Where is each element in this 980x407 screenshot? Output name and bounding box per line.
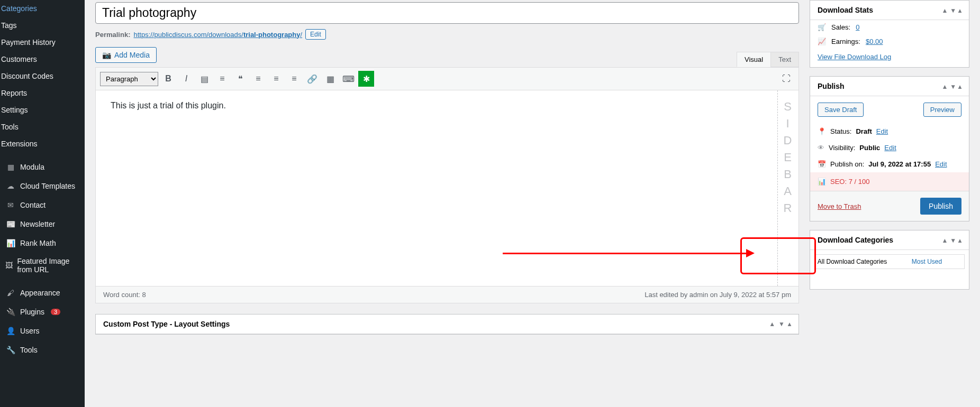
sidebar-users[interactable]: 👤Users [0,321,85,340]
cart-icon: 🛒 [818,23,826,31]
seo-score: SEO: 7 / 100 [830,178,869,186]
admin-sidebar: Categories Tags Payment History Customer… [0,0,85,407]
sidebar-tools-bottom[interactable]: 🔧Tools [0,340,85,359]
post-title-input[interactable] [95,2,799,24]
toggle-icon[interactable]: ▴ [958,7,961,14]
seo-icon: 📊 [818,178,826,186]
sidebar-customers[interactable]: Customers [0,51,85,68]
eye-icon: 👁 [818,144,824,152]
chart-icon: 📈 [818,38,826,45]
categories-title: Download Categories [818,236,893,244]
tab-most-used[interactable]: Most Used [890,255,964,269]
download-stats-panel: Download Stats ▲ ▼ ▴ 🛒 Sales: 0 📈 Earnin… [810,0,969,68]
publish-title: Publish [818,82,845,90]
status-edit-link[interactable]: Edit [876,127,888,135]
annotation-arrow-line [503,253,746,254]
download-stats-title: Download Stats [818,6,873,14]
align-center-button[interactable]: ≡ [268,71,284,87]
more-button[interactable]: ▦ [322,71,338,87]
brush-icon: 🖌 [5,288,16,298]
permalink-edit-button[interactable]: Edit [305,29,326,40]
toolbar-toggle-button[interactable]: ⌨ [340,71,356,87]
permalink-row: Permalink: https://publicdiscus.com/down… [95,29,799,40]
status-label: Status: [830,127,851,135]
last-edited: Last edited by admin on July 9, 2022 at … [645,291,791,299]
sidebar-featured-image[interactable]: 🖼Featured Image from URL [0,253,85,278]
publish-on-label: Publish on: [830,160,864,168]
bullet-list-button[interactable]: ▤ [196,71,212,87]
cloud-icon: ☁ [5,181,16,191]
earnings-label: Earnings: [831,38,860,45]
move-down-icon[interactable]: ▼ [778,320,785,328]
visibility-label: Visibility: [829,144,855,152]
rankmath-toolbar-button[interactable]: ✱ [358,71,374,87]
editor-content[interactable]: This is just a trial of this plugin. [96,90,777,286]
publish-on-value: Jul 9, 2022 at 17:55 [868,160,931,168]
sales-label: Sales: [831,23,850,31]
annotation-arrow-head [746,249,755,257]
sidebar-settings[interactable]: Settings [0,101,85,118]
newsletter-icon: 📰 [5,219,16,229]
link-button[interactable]: 🔗 [304,71,320,87]
sidebar-payment-history[interactable]: Payment History [0,34,85,51]
sidebar-rank-math[interactable]: 📊Rank Math [0,234,85,253]
move-down-icon[interactable]: ▼ [950,7,956,14]
sidebar-modula[interactable]: ▦Modula [0,158,85,177]
plugins-badge: 3 [51,309,60,315]
move-down-icon[interactable]: ▼ [950,83,956,90]
sidebar-newsletter[interactable]: 📰Newsletter [0,215,85,234]
align-right-button[interactable]: ≡ [286,71,302,87]
earnings-value[interactable]: $0.00 [866,38,883,45]
sidebar-plugins[interactable]: 🔌Plugins3 [0,302,85,321]
preview-button[interactable]: Preview [923,103,961,117]
permalink-label: Permalink: [95,31,130,39]
sales-value[interactable]: 0 [856,23,859,31]
fullscreen-button[interactable]: ⛶ [778,71,794,87]
wrench-icon: 🔧 [5,345,16,355]
user-icon: 👤 [5,326,16,336]
seo-score-row: 📊 SEO: 7 / 100 [810,172,969,191]
publish-button[interactable]: Publish [920,198,961,215]
editor-box: Paragraph B I ▤ ≡ ❝ ≡ ≡ ≡ 🔗 ▦ ⌨ ✱ ⛶ This… [95,67,799,303]
sidebar-contact[interactable]: ✉Contact [0,196,85,215]
camera-icon: 📷 [102,51,111,59]
permalink-url[interactable]: https://publicdiscus.com/downloads/trial… [133,31,302,39]
editor-toolbar: Paragraph B I ▤ ≡ ❝ ≡ ≡ ≡ 🔗 ▦ ⌨ ✱ ⛶ [96,68,798,90]
move-up-icon[interactable]: ▲ [769,320,775,328]
quote-button[interactable]: ❝ [232,71,248,87]
move-to-trash-link[interactable]: Move to Trash [818,202,861,210]
save-draft-button[interactable]: Save Draft [818,103,864,117]
sidebar-appearance[interactable]: 🖌Appearance [0,283,85,302]
align-left-button[interactable]: ≡ [250,71,266,87]
tab-visual[interactable]: Visual [737,52,771,67]
visibility-edit-link[interactable]: Edit [884,144,896,152]
sidebar-cloud-templates[interactable]: ☁Cloud Templates [0,177,85,196]
plug-icon: 🔌 [5,307,16,317]
move-up-icon[interactable]: ▲ [941,7,948,14]
sidebar-tags[interactable]: Tags [0,17,85,34]
add-media-button[interactable]: 📷 Add Media [95,47,157,63]
visibility-value: Public [859,144,880,152]
view-download-log-link[interactable]: View File Download Log [810,49,969,67]
publish-on-edit-link[interactable]: Edit [935,160,947,168]
sidebar-categories[interactable]: Categories [0,0,85,17]
calendar-icon: 📅 [818,160,826,168]
move-up-icon[interactable]: ▲ [941,237,948,244]
sidebar-discount-codes[interactable]: Discount Codes [0,68,85,85]
bold-button[interactable]: B [160,71,176,87]
toggle-icon[interactable]: ▴ [788,320,791,328]
sidebar-reports[interactable]: Reports [0,85,85,101]
toggle-icon[interactable]: ▴ [958,237,961,244]
move-up-icon[interactable]: ▲ [941,83,948,90]
move-down-icon[interactable]: ▼ [950,237,956,244]
pin-icon: 📍 [818,127,826,135]
toggle-icon[interactable]: ▴ [958,83,961,90]
grid-icon: ▦ [5,162,16,172]
italic-button[interactable]: I [178,71,194,87]
tab-text[interactable]: Text [770,52,799,67]
tab-all-categories[interactable]: All Download Categories [815,255,890,269]
sidebar-extensions[interactable]: Extensions [0,135,85,152]
sidebar-tools[interactable]: Tools [0,118,85,135]
number-list-button[interactable]: ≡ [214,71,230,87]
format-select[interactable]: Paragraph [100,72,158,86]
